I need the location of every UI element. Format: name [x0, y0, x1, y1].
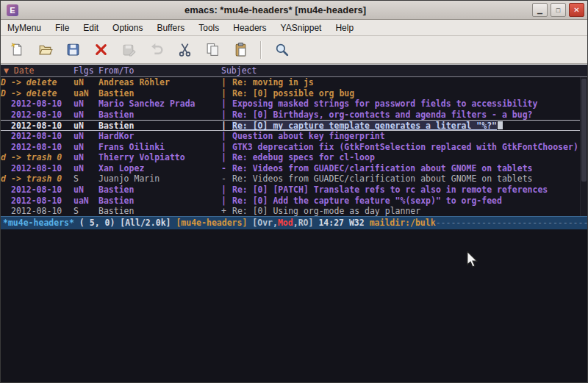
message-row[interactable]: D -> delete uaN Bastien | Re: [0] possib… — [1, 88, 587, 99]
date-cell: -> trash 0 — [11, 173, 74, 185]
flags-cell: uN — [74, 99, 98, 110]
column-header-from[interactable]: From/To — [98, 65, 221, 76]
subject-text: Re: [O] my capture template generates a … — [232, 121, 497, 130]
mark-char — [1, 185, 11, 196]
message-row[interactable]: 2012-08-10 uN Bastien | Re: [0] [PATCH] … — [1, 185, 587, 196]
message-row[interactable]: 2012-08-10 uN Bastien | Re: [O] my captu… — [1, 120, 587, 131]
cut-icon — [177, 42, 193, 57]
message-row[interactable]: 2012-08-10 uN Bastien | Re: [0] Birthday… — [1, 110, 587, 121]
mark-char: D — [1, 88, 11, 99]
search-icon — [274, 42, 290, 57]
message-row[interactable]: 2012-08-10 uN Mario Sanchez Prada | Expo… — [1, 99, 587, 110]
mark-char — [1, 206, 11, 215]
menu-help[interactable]: Help — [335, 23, 354, 33]
modeline-segment-plain: [All/2.0k] — [120, 218, 176, 228]
column-header-subject[interactable]: Subject — [221, 65, 587, 76]
thread-char: | — [221, 131, 232, 142]
date-cell: 2012-08-10 — [11, 196, 74, 207]
new-file-icon — [10, 42, 25, 57]
modeline-segment-folder: maildir:/bulk — [370, 218, 436, 228]
message-row[interactable]: 2012-08-10 S Bastien + Re: [0] Using org… — [1, 206, 587, 215]
menu-bar: MyMenuFileEditOptionsBuffersToolsHeaders… — [1, 20, 587, 36]
column-header-date[interactable]: ▼ Date — [1, 65, 74, 76]
window-controls: ▁ □ ✕ — [529, 3, 584, 17]
scrollbar-thumb[interactable] — [581, 79, 587, 182]
subject-cell: Re: moving in js — [232, 77, 587, 88]
column-header-flags[interactable]: Flgs — [74, 65, 98, 76]
modeline-segment-dashes: ----------------------------------------… — [436, 218, 587, 228]
flags-cell: uaN — [74, 196, 98, 207]
thread-char: + — [221, 206, 232, 215]
minibuffer[interactable] — [1, 229, 587, 383]
mark-char — [1, 163, 11, 174]
subject-text: Re: [0] Birthdays, org-contacts and agen… — [232, 110, 533, 120]
kill-buffer-button[interactable] — [92, 41, 110, 59]
menu-headers[interactable]: Headers — [233, 23, 266, 33]
date-cell: -> delete — [11, 77, 74, 88]
subject-text: Re: [0] Using org-mode as day planner — [232, 206, 420, 215]
mode-line[interactable]: *mu4e-headers* ( 5, 0) [All/2.0k] [mu4e-… — [1, 216, 587, 229]
menu-edit[interactable]: Edit — [83, 23, 98, 33]
subject-text: Exposing masked strings for password fie… — [232, 99, 537, 109]
new-file-button[interactable] — [8, 41, 26, 59]
mark-char — [1, 121, 11, 130]
subject-cell: Re: [0] Add the capture feature "%(sexp)… — [232, 196, 587, 207]
from-cell: Mario Sanchez Prada — [98, 99, 221, 110]
message-row[interactable]: 2012-08-10 uN Frans Oilinki | GTK3 depre… — [1, 142, 587, 153]
menu-buffers[interactable]: Buffers — [157, 23, 184, 33]
paste-icon — [233, 42, 248, 57]
subject-text: Re: Videos from GUADEC/clarification abo… — [232, 173, 533, 184]
flags-cell: uN — [74, 77, 98, 88]
menu-options[interactable]: Options — [112, 23, 143, 33]
thread-char: | — [221, 142, 232, 153]
from-cell: Bastien — [98, 185, 221, 196]
copy-button[interactable] — [204, 41, 221, 59]
maximize-button[interactable]: □ — [551, 3, 566, 17]
minimize-button[interactable]: ▁ — [532, 3, 548, 17]
flags-cell: uN — [74, 131, 98, 142]
from-cell: Thierry Volpiatto — [98, 152, 221, 163]
thread-char: | — [221, 88, 232, 99]
subject-cell: Re: Videos from GUADEC/clarification abo… — [232, 173, 587, 185]
from-cell: Bastien — [98, 88, 221, 99]
close-button[interactable]: ✕ — [569, 3, 584, 17]
undo-icon — [149, 42, 165, 57]
paste-button[interactable] — [232, 41, 249, 59]
modeline-segment-dim: , — [293, 218, 298, 228]
menu-yasnippet[interactable]: YASnippet — [281, 23, 322, 33]
message-row[interactable]: 2012-08-10 uaN Bastien | Re: [0] Add the… — [1, 196, 587, 207]
modeline-segment-plain: ( 5, 0) — [74, 218, 120, 228]
message-row[interactable]: d -> trash 0 uN Thierry Volpiatto | Re: … — [1, 152, 587, 163]
subject-cell: Re: [0] possible org bug — [232, 88, 587, 99]
save-as-button[interactable] — [120, 41, 137, 59]
subject-cell: Re: [0] Birthdays, org-contacts and agen… — [232, 110, 587, 121]
open-file-button[interactable] — [36, 41, 54, 59]
message-row[interactable]: 2012-08-10 uN Xan Lopez - Re: Videos fro… — [1, 163, 587, 174]
date-cell: 2012-08-10 — [11, 131, 74, 142]
close-icon: ✕ — [573, 6, 579, 14]
mark-char: d — [1, 152, 11, 163]
mark-char: d — [1, 173, 11, 185]
thread-char: - — [221, 173, 232, 185]
save-button[interactable] — [64, 41, 82, 59]
thread-char: - — [221, 163, 232, 174]
message-row[interactable]: d -> trash 0 S Juanjo Marin - Re: Videos… — [1, 173, 587, 185]
cut-button[interactable] — [176, 41, 193, 59]
modeline-segment-plain: W32 — [349, 218, 370, 228]
modeline-segment-dim: RO — [298, 218, 309, 228]
menu-file[interactable]: File — [55, 23, 69, 33]
message-row[interactable]: D -> delete uN Andreas Röhler | Re: movi… — [1, 77, 587, 88]
title-bar[interactable]: E emacs: *mu4e-headers* [mu4e-headers] ▁… — [1, 1, 587, 20]
undo-button[interactable] — [148, 41, 165, 59]
search-button[interactable] — [273, 41, 290, 59]
subject-cell: Re: Videos from GUADEC/clarification abo… — [232, 163, 587, 174]
scrollbar[interactable] — [580, 77, 587, 216]
from-cell: Bastien — [98, 121, 221, 130]
thread-char: | — [221, 185, 232, 196]
headers-buffer: D -> delete uN Andreas Röhler | Re: movi… — [1, 77, 587, 216]
menu-tools[interactable]: Tools — [198, 23, 219, 33]
menu-mymenu[interactable]: MyMenu — [7, 23, 41, 33]
date-cell: -> trash 0 — [11, 152, 74, 163]
from-cell: Frans Oilinki — [98, 142, 221, 153]
message-row[interactable]: 2012-08-10 uN HardKor | Question about k… — [1, 131, 587, 142]
